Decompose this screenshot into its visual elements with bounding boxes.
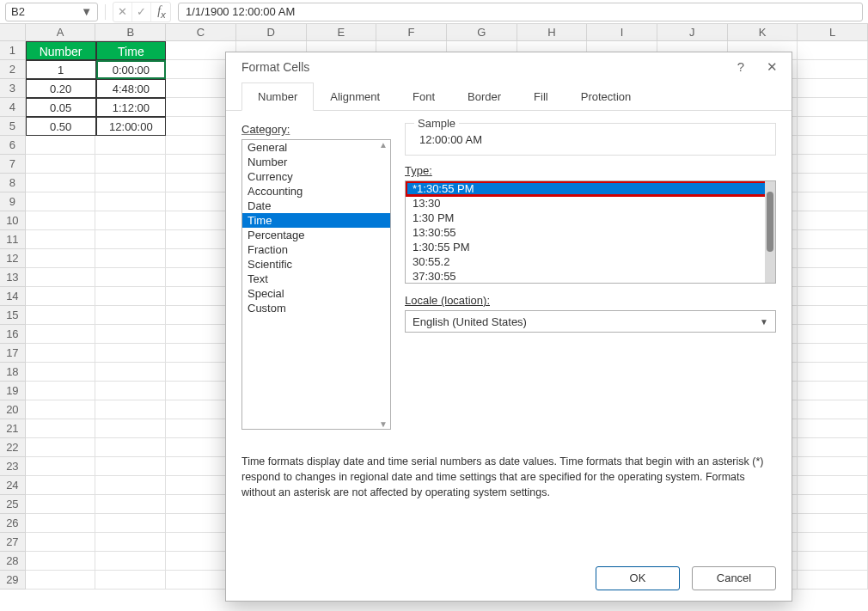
cell-L27[interactable] [798, 533, 868, 552]
type-item-0[interactable]: *1:30:55 PM [406, 181, 775, 196]
cell-A26[interactable] [26, 514, 96, 533]
row-header-20[interactable]: 20 [0, 400, 26, 419]
column-header-D[interactable]: D [236, 24, 307, 41]
category-item-custom[interactable]: Custom [242, 301, 390, 315]
scroll-down-icon[interactable]: ▼ [376, 419, 390, 429]
cell-A22[interactable] [26, 438, 96, 457]
cell-B5[interactable]: 12:00:00 [96, 117, 167, 136]
category-item-general[interactable]: General [242, 140, 390, 155]
row-header-27[interactable]: 27 [0, 533, 26, 552]
cell-L12[interactable] [798, 249, 868, 268]
cell-L21[interactable] [798, 419, 868, 438]
category-list[interactable]: GeneralNumberCurrencyAccountingDateTimeP… [241, 139, 391, 430]
cell-A16[interactable] [26, 325, 96, 344]
cell-A13[interactable] [26, 268, 96, 287]
cell-A7[interactable] [26, 155, 96, 174]
category-item-scientific[interactable]: Scientific [242, 257, 390, 272]
tab-font[interactable]: Font [396, 82, 451, 111]
column-header-E[interactable]: E [307, 24, 377, 41]
cell-B27[interactable] [95, 533, 166, 552]
cell-L7[interactable] [798, 155, 868, 174]
close-icon[interactable]: ✕ [759, 59, 785, 75]
cell-L11[interactable] [798, 230, 868, 249]
category-item-time[interactable]: Time [242, 213, 390, 228]
cell-B7[interactable] [95, 155, 166, 174]
ok-button[interactable]: OK [596, 566, 680, 590]
type-list[interactable]: *1:30:55 PM13:301:30 PM13:30:551:30:55 P… [405, 180, 776, 284]
cell-L10[interactable] [798, 211, 868, 230]
cell-A24[interactable] [26, 476, 96, 495]
cell-B12[interactable] [95, 249, 166, 268]
cell-B17[interactable] [95, 344, 166, 363]
cell-A4[interactable]: 0.05 [26, 98, 96, 117]
row-header-2[interactable]: 2 [0, 60, 26, 79]
cell-L29[interactable] [798, 571, 868, 590]
row-header-19[interactable]: 19 [0, 382, 26, 400]
cell-L24[interactable] [798, 476, 868, 495]
row-header-16[interactable]: 16 [0, 325, 26, 344]
column-header-L[interactable]: L [798, 24, 868, 41]
cell-B10[interactable] [95, 211, 166, 230]
scroll-up-icon[interactable]: ▲ [376, 140, 390, 150]
cell-L4[interactable] [798, 98, 868, 117]
column-header-K[interactable]: K [728, 24, 798, 41]
cell-B3[interactable]: 4:48:00 [96, 79, 167, 98]
column-header-J[interactable]: J [657, 24, 728, 41]
cell-A15[interactable] [26, 306, 96, 325]
cell-L23[interactable] [798, 457, 868, 476]
cell-A25[interactable] [26, 495, 96, 514]
category-item-percentage[interactable]: Percentage [242, 228, 390, 242]
cell-L26[interactable] [798, 514, 868, 533]
tab-number[interactable]: Number [241, 82, 314, 111]
cell-A17[interactable] [26, 344, 96, 363]
cell-L9[interactable] [798, 192, 868, 211]
cell-B4[interactable]: 1:12:00 [96, 98, 167, 117]
row-header-23[interactable]: 23 [0, 457, 26, 476]
cell-B15[interactable] [95, 306, 166, 325]
row-header-24[interactable]: 24 [0, 476, 26, 495]
cell-A20[interactable] [26, 400, 96, 419]
cell-B28[interactable] [95, 552, 166, 571]
row-header-6[interactable]: 6 [0, 136, 26, 155]
cell-B29[interactable] [95, 571, 166, 590]
cell-A5[interactable]: 0.50 [26, 117, 96, 136]
cell-B20[interactable] [95, 400, 166, 419]
cell-L20[interactable] [798, 400, 868, 419]
row-header-17[interactable]: 17 [0, 344, 26, 363]
cancel-edit-icon[interactable]: ✕ [113, 3, 132, 21]
cell-L25[interactable] [798, 495, 868, 514]
cell-L19[interactable] [798, 382, 868, 400]
row-header-14[interactable]: 14 [0, 287, 26, 306]
cell-L28[interactable] [798, 552, 868, 571]
row-header-8[interactable]: 8 [0, 174, 26, 192]
type-item-4[interactable]: 1:30:55 PM [406, 240, 775, 254]
row-header-12[interactable]: 12 [0, 249, 26, 268]
cell-L15[interactable] [798, 306, 868, 325]
cell-L13[interactable] [798, 268, 868, 287]
cell-B16[interactable] [95, 325, 166, 344]
formula-input[interactable]: 1/1/1900 12:00:00 AM [178, 3, 863, 21]
row-header-5[interactable]: 5 [0, 117, 26, 136]
type-item-3[interactable]: 13:30:55 [406, 225, 775, 240]
type-item-5[interactable]: 30:55.2 [406, 254, 775, 269]
cell-B1[interactable]: Time [96, 41, 167, 60]
row-header-4[interactable]: 4 [0, 98, 26, 117]
cell-A23[interactable] [26, 457, 96, 476]
row-header-18[interactable]: 18 [0, 363, 26, 382]
cell-L6[interactable] [798, 136, 868, 155]
cell-A1[interactable]: Number [26, 41, 96, 60]
category-item-special[interactable]: Special [242, 286, 390, 301]
cancel-button[interactable]: Cancel [692, 566, 776, 590]
column-header-C[interactable]: C [166, 24, 236, 41]
row-header-22[interactable]: 22 [0, 438, 26, 457]
cell-B8[interactable] [95, 174, 166, 192]
tab-alignment[interactable]: Alignment [314, 82, 396, 111]
cell-L17[interactable] [798, 344, 868, 363]
cell-B18[interactable] [95, 363, 166, 382]
cell-B9[interactable] [95, 192, 166, 211]
cell-B22[interactable] [95, 438, 166, 457]
cell-B2[interactable]: 0:00:00 [96, 60, 167, 79]
help-icon[interactable]: ? [728, 59, 754, 75]
row-header-9[interactable]: 9 [0, 192, 26, 211]
cell-A18[interactable] [26, 363, 96, 382]
